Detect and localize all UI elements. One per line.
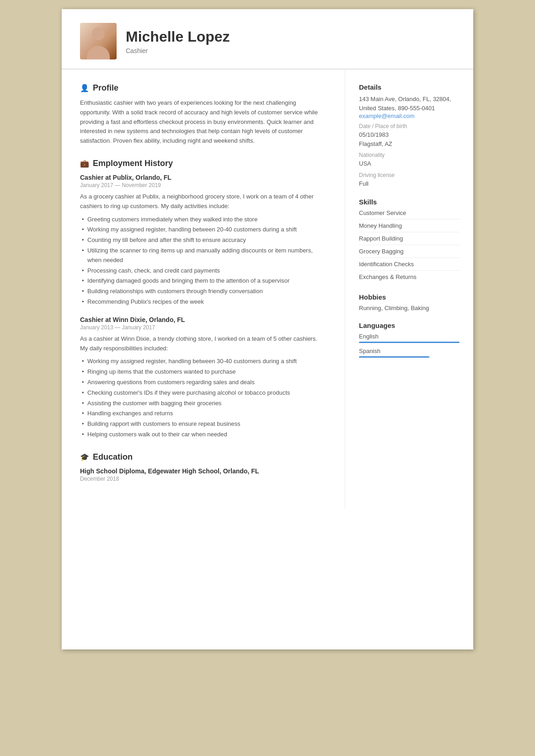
list-item: Helping customers walk out to their car … — [80, 430, 326, 440]
details-section: Details 143 Main Ave, Orlando, FL, 32804… — [359, 83, 460, 188]
hobbies-title: Hobbies — [359, 293, 460, 301]
education-items: High School Diploma, Edgewater High Scho… — [80, 467, 326, 482]
list-item: Counting my till before and after the sh… — [80, 236, 326, 245]
details-email[interactable]: example@email.com — [359, 113, 460, 119]
language-name: English — [359, 333, 460, 340]
candidate-name: Michelle Lopez — [126, 28, 455, 45]
education-icon: 🎓 — [80, 453, 89, 461]
profile-section-title: 👤 Profile — [80, 83, 326, 93]
nationality-value: USA — [359, 159, 460, 168]
list-item: Assisting the customer with bagging thei… — [80, 399, 326, 408]
skill-item: Customer Service — [359, 209, 460, 220]
license-label: Driving license — [359, 172, 460, 178]
hobbies-text: Running, Climbing, Baking — [359, 305, 460, 311]
skill-item: Grocery Bagging — [359, 248, 460, 258]
languages-list: EnglishSpanish — [359, 333, 460, 358]
right-column: Details 143 Main Ave, Orlando, FL, 32804… — [345, 70, 473, 509]
skill-item: Rapport Building — [359, 235, 460, 245]
profile-text: Enthusiastic cashier with two years of e… — [80, 98, 326, 146]
job-1-bullets: Greeting customers immediately when they… — [80, 215, 326, 307]
profile-section: 👤 Profile Enthusiastic cashier with two … — [80, 83, 326, 146]
list-item: Working my assigned register, handling b… — [80, 225, 326, 235]
job-1-dates: January 2017 — November 2019 — [80, 182, 326, 188]
main-content: 👤 Profile Enthusiastic cashier with two … — [62, 70, 473, 509]
details-address: 143 Main Ave, Orlando, FL, 32804, — [359, 95, 460, 104]
list-item: Handling exchanges and returns — [80, 409, 326, 418]
language-name: Spanish — [359, 348, 460, 354]
language-bar — [359, 342, 460, 343]
birthplace-value: Flagstaff, AZ — [359, 139, 460, 149]
header: Michelle Lopez Cashier — [62, 9, 473, 70]
skill-item: Identification Checks — [359, 261, 460, 271]
education-section: 🎓 Education High School Diploma, Edgewat… — [80, 452, 326, 482]
list-item: Processing cash, check, and credit card … — [80, 266, 326, 276]
languages-section: Languages EnglishSpanish — [359, 322, 460, 358]
education-degree: High School Diploma, Edgewater High Scho… — [80, 467, 326, 475]
license-value: Full — [359, 179, 460, 188]
skills-title: Skills — [359, 198, 460, 206]
language-item: Spanish — [359, 348, 460, 358]
language-bar — [359, 356, 429, 358]
skills-list: Customer ServiceMoney HandlingRapport Bu… — [359, 209, 460, 283]
left-column: 👤 Profile Enthusiastic cashier with two … — [62, 70, 345, 509]
list-item: Recommending Publix's recipes of the wee… — [80, 297, 326, 307]
profile-icon: 👤 — [80, 84, 89, 92]
skills-section: Skills Customer ServiceMoney HandlingRap… — [359, 198, 460, 283]
skill-item: Money Handling — [359, 222, 460, 232]
job-2-bullets: Working my assigned register, handling b… — [80, 357, 326, 439]
employment-section-title: 💼 Employment History — [80, 159, 326, 168]
employment-section: 💼 Employment History Cashier at Publix, … — [80, 159, 326, 440]
job-2-dates: January 2013 — January 2017 — [80, 324, 326, 331]
list-item: Identifying damaged goods and bringing t… — [80, 276, 326, 286]
dob-label: Date / Place of birth — [359, 123, 460, 129]
list-item: Greeting customers immediately when they… — [80, 215, 326, 225]
job-2: Cashier at Winn Dixie, Orlando, FL Janua… — [80, 316, 326, 440]
dob-value: 05/10/1983 — [359, 130, 460, 139]
skill-item: Exchanges & Returns — [359, 273, 460, 283]
list-item: Ringing up items that the customers want… — [80, 367, 326, 377]
languages-title: Languages — [359, 322, 460, 329]
nationality-label: Nationality — [359, 152, 460, 158]
candidate-title: Cashier — [126, 47, 455, 54]
job-1-description: As a grocery cashier at Publix, a neighb… — [80, 192, 326, 211]
details-address2: United States, 890-555-0401 — [359, 104, 460, 113]
list-item: Building rapport with customers to ensur… — [80, 419, 326, 429]
list-item: Utilizing the scanner to ring items up a… — [80, 246, 326, 265]
education-section-title: 🎓 Education — [80, 452, 326, 462]
job-1: Cashier at Publix, Orlando, FL January 2… — [80, 174, 326, 307]
education-dates: December 2018 — [80, 476, 326, 482]
avatar — [80, 23, 117, 59]
language-item: English — [359, 333, 460, 343]
list-item: Working my assigned register, handling b… — [80, 357, 326, 366]
list-item: Building relationships with customers th… — [80, 287, 326, 296]
job-2-description: As a cashier at Winn Dixie, a trendy clo… — [80, 334, 326, 354]
list-item: Answering questions from customers regar… — [80, 378, 326, 387]
header-info: Michelle Lopez Cashier — [126, 28, 455, 54]
education-item: High School Diploma, Edgewater High Scho… — [80, 467, 326, 482]
hobbies-section: Hobbies Running, Climbing, Baking — [359, 293, 460, 311]
job-2-title: Cashier at Winn Dixie, Orlando, FL — [80, 316, 326, 323]
job-1-title: Cashier at Publix, Orlando, FL — [80, 174, 326, 181]
list-item: Checking customer's IDs if they were pur… — [80, 388, 326, 398]
resume-container: Michelle Lopez Cashier 👤 Profile Enthusi… — [62, 9, 473, 649]
employment-icon: 💼 — [80, 159, 89, 168]
details-title: Details — [359, 83, 460, 91]
